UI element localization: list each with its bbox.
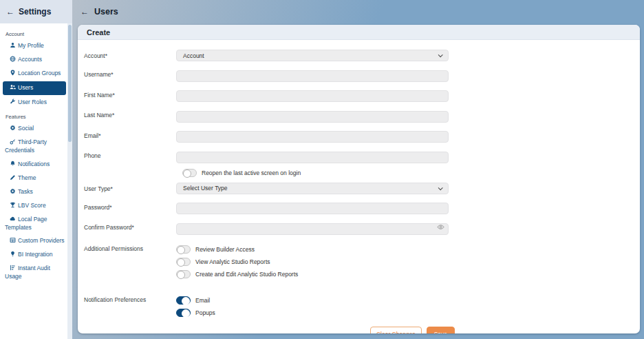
sidebar-item-social[interactable]: Social (0, 122, 72, 136)
back-arrow-icon[interactable]: ← (80, 7, 89, 17)
popups-notification-toggle[interactable] (176, 309, 191, 317)
form-action-bar: Clear Changes Save (84, 327, 455, 334)
review-builder-access-row: Review Builder Access (176, 245, 449, 254)
wrench-icon (10, 99, 16, 105)
sidebar-item-my-profile[interactable]: My Profile (0, 39, 72, 53)
form-row-notification-preferences: Notification Preferences Email Popups (84, 295, 640, 317)
password-label: Password* (84, 201, 176, 211)
confirm-password-input[interactable] (176, 223, 449, 235)
sidebar-item-location-groups[interactable]: Location Groups (0, 67, 72, 81)
section-label-features: Features (6, 114, 72, 120)
gear-icon (10, 188, 16, 194)
first-name-input[interactable] (176, 90, 449, 102)
sidebar-item-bi-integration[interactable]: BI Integration (0, 248, 72, 262)
trophy-icon (10, 202, 16, 208)
last-name-label: Last Name* (84, 109, 176, 119)
first-name-label: First Name* (84, 89, 176, 99)
users-header: ← Users (72, 0, 644, 23)
reopen-login-toggle-row: Reopen the last active screen on login (182, 169, 640, 177)
reopen-login-toggle[interactable] (182, 169, 197, 177)
account-label: Account* (84, 50, 176, 59)
settings-title: Settings (19, 7, 51, 17)
notification-preferences-label: Notification Preferences (84, 295, 176, 303)
email-notification-row: Email (176, 296, 449, 305)
form-row-account: Account* Account (84, 50, 640, 61)
cloud-icon (10, 216, 16, 222)
create-edit-analytic-studio-reports-row: Create and Edit Analytic Studio Reports (176, 270, 449, 278)
sidebar-item-third-party-credentials[interactable]: Third-Party Credentials (0, 136, 72, 158)
clear-changes-button[interactable]: Clear Changes (370, 327, 422, 334)
form-row-username: Username* (84, 68, 640, 82)
card-title: Create (78, 25, 640, 40)
users-icon (10, 84, 16, 90)
review-builder-access-toggle[interactable] (176, 245, 191, 254)
audit-chart-icon (10, 265, 16, 271)
user-type-label: User Type* (84, 183, 176, 192)
section-label-account: Account (6, 31, 72, 37)
last-name-input[interactable] (176, 111, 449, 123)
phone-input[interactable] (176, 152, 449, 163)
form-row-password: Password* (84, 201, 640, 215)
pencil-icon (10, 174, 16, 181)
popups-notification-row: Popups (176, 309, 449, 317)
sidebar-nav: Account My Profile Accounts Location Gro… (0, 23, 72, 284)
page-title: Users (94, 7, 118, 17)
reopen-login-label: Reopen the last active screen on login (202, 170, 301, 176)
sidebar-item-user-roles[interactable]: User Roles (0, 96, 72, 110)
email-notification-toggle[interactable] (176, 296, 191, 305)
email-label: Email* (84, 130, 176, 139)
sidebar-item-local-page-templates[interactable]: Local Page Templates (0, 213, 72, 235)
user-type-select[interactable]: Select User Type (176, 183, 449, 194)
username-label: Username* (84, 68, 176, 78)
key-icon (10, 138, 16, 145)
confirm-password-label: Confirm Password* (84, 221, 176, 231)
chevron-down-icon (438, 185, 443, 190)
gear-icon (10, 125, 16, 131)
phone-label: Phone (84, 150, 176, 159)
password-input[interactable] (176, 203, 449, 214)
form-row-first-name: First Name* (84, 89, 640, 103)
create-user-form: Account* Account Username* First Name* L… (78, 40, 640, 333)
bulb-icon (10, 251, 16, 257)
back-arrow-icon[interactable]: ← (6, 7, 14, 17)
sidebar-item-lbv-score[interactable]: LBV Score (0, 199, 72, 213)
globe-icon (10, 56, 16, 62)
username-input[interactable] (176, 70, 449, 82)
form-row-last-name: Last Name* (84, 109, 640, 123)
create-edit-analytic-studio-reports-toggle[interactable] (176, 270, 191, 278)
settings-header[interactable]: ← Settings (0, 0, 72, 23)
sidebar-item-users[interactable]: Users (3, 81, 66, 95)
sidebar-item-instant-audit-usage[interactable]: Instant Audit Usage (0, 262, 72, 284)
show-password-eye-icon[interactable] (437, 223, 444, 231)
person-icon (10, 42, 16, 48)
form-row-phone: Phone (84, 150, 640, 163)
sidebar-item-tasks[interactable]: Tasks (0, 185, 72, 199)
save-button[interactable]: Save (427, 327, 455, 334)
email-input[interactable] (176, 131, 449, 143)
form-row-additional-permissions: Additional Permissions Review Builder Ac… (84, 244, 640, 278)
view-analytic-studio-reports-row: View Analytic Studio Reports (176, 258, 449, 266)
map-pin-icon (10, 70, 16, 76)
sidebar-scrollbar[interactable] (67, 23, 72, 339)
form-row-confirm-password: Confirm Password* (84, 221, 640, 235)
create-user-card: Create Account* Account Username* First … (78, 25, 640, 333)
sidebar-item-accounts[interactable]: Accounts (0, 53, 72, 67)
sidebar-scrollbar-thumb[interactable] (68, 25, 72, 142)
bell-icon (10, 161, 16, 167)
sidebar-item-custom-providers[interactable]: Custom Providers (0, 234, 72, 248)
settings-sidebar: ← Settings Account My Profile Accounts L… (0, 0, 72, 339)
chevron-down-icon (438, 52, 443, 57)
table-icon (10, 237, 16, 243)
additional-permissions-label: Additional Permissions (84, 244, 176, 252)
form-row-user-type: User Type* Select User Type (84, 183, 640, 194)
account-select[interactable]: Account (176, 50, 449, 61)
sidebar-item-theme[interactable]: Theme (0, 172, 72, 185)
form-row-email: Email* (84, 130, 640, 143)
sidebar-item-notifications[interactable]: Notifications (0, 158, 72, 172)
view-analytic-studio-reports-toggle[interactable] (176, 258, 191, 266)
main-content: ← Users Create Account* Account Username… (72, 0, 644, 339)
